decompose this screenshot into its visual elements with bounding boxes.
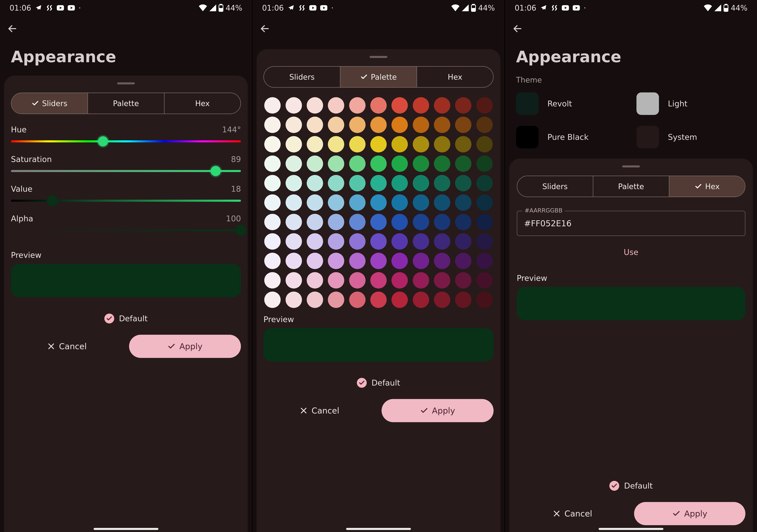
hue-slider[interactable] [11,140,241,142]
palette-swatch[interactable] [286,292,302,308]
palette-swatch[interactable] [349,194,366,211]
back-button[interactable] [258,22,271,35]
palette-swatch[interactable] [413,117,429,133]
palette-swatch[interactable] [476,117,493,133]
palette-swatch[interactable] [370,272,387,289]
sheet-handle[interactable] [117,82,135,84]
palette-swatch[interactable] [455,136,471,152]
palette-swatch[interactable] [455,175,471,191]
palette-swatch[interactable] [349,117,366,133]
palette-swatch[interactable] [307,194,323,211]
apply-button[interactable]: Apply [381,399,494,422]
palette-swatch[interactable] [349,233,366,250]
palette-swatch[interactable] [264,233,281,250]
palette-swatch[interactable] [434,117,450,133]
palette-swatch[interactable] [413,253,429,269]
palette-swatch[interactable] [349,136,366,152]
palette-swatch[interactable] [328,97,344,113]
sheet-handle[interactable] [622,165,640,168]
gesture-bar[interactable] [94,528,158,530]
palette-swatch[interactable] [286,214,302,230]
palette-swatch[interactable] [476,292,493,308]
palette-swatch[interactable] [476,214,493,230]
cancel-button[interactable]: Cancel [263,399,376,422]
gesture-bar[interactable] [346,528,411,530]
palette-swatch[interactable] [349,214,366,230]
palette-swatch[interactable] [307,292,323,308]
apply-button[interactable]: Apply [129,335,241,358]
tab-palette[interactable]: Palette [593,176,669,197]
palette-swatch[interactable] [370,97,387,113]
palette-swatch[interactable] [328,136,344,152]
palette-swatch[interactable] [476,136,493,152]
palette-swatch[interactable] [349,253,366,269]
tab-hex[interactable]: Hex [416,67,493,87]
theme-item-pure-black[interactable]: Pure Black [516,126,626,148]
theme-item-revolt[interactable]: Revolt [516,92,626,115]
palette-swatch[interactable] [286,272,302,289]
palette-swatch[interactable] [307,175,323,191]
palette-swatch[interactable] [328,272,344,289]
default-toggle[interactable]: Default [11,314,241,324]
palette-swatch[interactable] [307,136,323,152]
palette-swatch[interactable] [455,155,471,172]
sat-slider[interactable] [11,170,241,172]
palette-swatch[interactable] [286,233,302,250]
palette-swatch[interactable] [349,155,366,172]
palette-swatch[interactable] [349,292,366,308]
palette-swatch[interactable] [264,214,281,230]
palette-swatch[interactable] [413,155,429,172]
palette-swatch[interactable] [434,272,450,289]
back-button[interactable] [511,22,524,35]
cancel-button[interactable]: Cancel [517,502,628,525]
palette-swatch[interactable] [391,253,408,269]
palette-swatch[interactable] [434,175,450,191]
palette-swatch[interactable] [307,97,323,113]
palette-swatch[interactable] [434,155,450,172]
palette-swatch[interactable] [413,175,429,191]
palette-swatch[interactable] [370,214,387,230]
palette-swatch[interactable] [455,253,471,269]
palette-swatch[interactable] [286,155,302,172]
palette-swatch[interactable] [413,214,429,230]
tab-sliders[interactable]: Sliders [517,176,593,197]
palette-swatch[interactable] [413,292,429,308]
tab-sliders[interactable]: Sliders [264,67,340,87]
palette-swatch[interactable] [286,136,302,152]
palette-swatch[interactable] [264,136,281,152]
val-slider[interactable] [11,200,241,202]
palette-swatch[interactable] [455,97,471,113]
palette-swatch[interactable] [264,253,281,269]
palette-swatch[interactable] [434,214,450,230]
palette-swatch[interactable] [391,214,408,230]
palette-swatch[interactable] [349,272,366,289]
palette-swatch[interactable] [286,194,302,211]
palette-swatch[interactable] [434,233,450,250]
default-toggle[interactable]: Default [263,378,494,388]
hex-input[interactable] [517,211,745,236]
palette-swatch[interactable] [391,292,408,308]
palette-swatch[interactable] [455,117,471,133]
palette-swatch[interactable] [264,97,281,113]
palette-swatch[interactable] [391,194,408,211]
palette-swatch[interactable] [264,155,281,172]
palette-swatch[interactable] [476,272,493,289]
gesture-bar[interactable] [599,528,663,530]
default-toggle[interactable]: Default [517,481,745,491]
palette-swatch[interactable] [455,194,471,211]
palette-swatch[interactable] [286,253,302,269]
palette-swatch[interactable] [370,136,387,152]
apply-button[interactable]: Apply [634,502,745,525]
palette-swatch[interactable] [455,233,471,250]
palette-swatch[interactable] [391,136,408,152]
palette-swatch[interactable] [307,214,323,230]
palette-swatch[interactable] [434,253,450,269]
palette-swatch[interactable] [328,292,344,308]
palette-swatch[interactable] [391,233,408,250]
palette-swatch[interactable] [413,272,429,289]
palette-swatch[interactable] [328,175,344,191]
tab-palette[interactable]: Palette [87,93,164,113]
palette-swatch[interactable] [434,97,450,113]
palette-swatch[interactable] [328,194,344,211]
palette-swatch[interactable] [455,214,471,230]
